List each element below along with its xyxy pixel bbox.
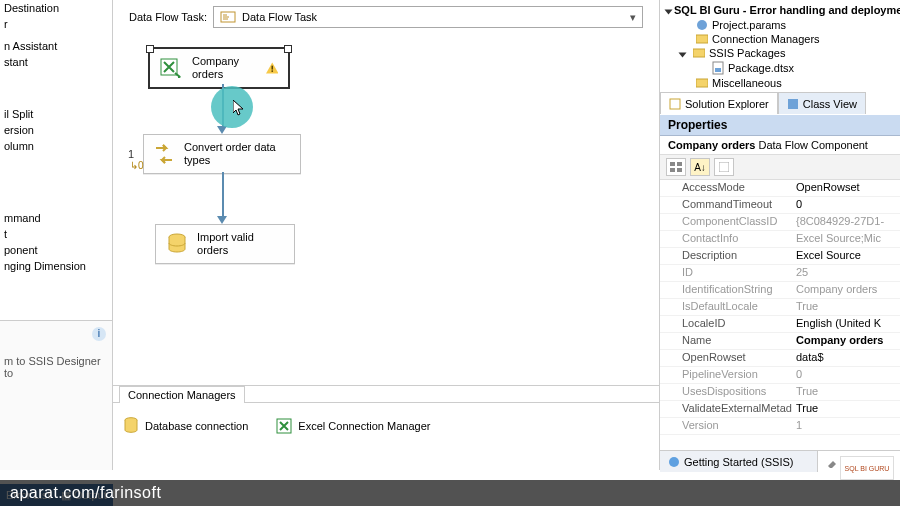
property-value[interactable]: 1 bbox=[792, 418, 900, 434]
properties-panel: Properties Company orders Data Flow Comp… bbox=[660, 115, 900, 425]
property-value[interactable]: Excel Source bbox=[792, 248, 900, 264]
toolbox-item[interactable]: stant bbox=[0, 54, 112, 70]
property-value[interactable]: 0 bbox=[792, 367, 900, 383]
tab-label: Solution Explorer bbox=[685, 98, 769, 110]
folder-icon bbox=[696, 33, 708, 45]
property-row[interactable]: AccessModeOpenRowset bbox=[660, 180, 900, 197]
tree-package-file[interactable]: Package.dtsx bbox=[666, 60, 894, 76]
node-convert-data-types[interactable]: 1 Convert order data types ↳0 bbox=[143, 134, 301, 174]
tab-getting-started[interactable]: Getting Started (SSIS) bbox=[660, 451, 801, 472]
property-row[interactable]: Version1 bbox=[660, 418, 900, 435]
watermark: aparat.com/farinsoft bbox=[0, 480, 900, 506]
property-pages-button[interactable] bbox=[714, 158, 734, 176]
property-value[interactable]: {8C084929-27D1- bbox=[792, 214, 900, 230]
folder-icon bbox=[696, 77, 708, 89]
tree-project[interactable]: SQL BI Guru - Error handling and deploym… bbox=[666, 2, 894, 18]
svg-rect-19 bbox=[670, 168, 675, 172]
excel-source-icon bbox=[160, 57, 182, 79]
property-row[interactable]: ComponentClassID{8C084929-27D1- bbox=[660, 214, 900, 231]
toolbox-item[interactable]: ponent bbox=[0, 242, 112, 258]
properties-grid[interactable]: AccessModeOpenRowsetCommandTimeout0Compo… bbox=[660, 180, 900, 435]
mouse-pointer-icon bbox=[233, 100, 245, 116]
svg-rect-20 bbox=[677, 168, 682, 172]
property-row[interactable]: ContactInfoExcel Source;Mic bbox=[660, 231, 900, 248]
svg-point-22 bbox=[669, 457, 679, 467]
tab-class-view[interactable]: Class View bbox=[778, 92, 866, 114]
toolbox-item[interactable]: nging Dimension bbox=[0, 258, 112, 274]
property-value[interactable]: True bbox=[792, 401, 900, 417]
info-icon[interactable]: i bbox=[92, 327, 106, 341]
property-value[interactable]: OpenRowset bbox=[792, 180, 900, 196]
toolbox-item[interactable]: olumn bbox=[0, 138, 112, 154]
property-name: OpenRowset bbox=[660, 350, 792, 366]
toolbox-item[interactable]: Destination bbox=[0, 0, 112, 16]
tab-label: Getting Started (SSIS) bbox=[684, 456, 793, 468]
flow-arrow[interactable] bbox=[222, 172, 224, 218]
properties-title: Properties bbox=[660, 115, 900, 136]
property-row[interactable]: UsesDispositionsTrue bbox=[660, 384, 900, 401]
property-value[interactable]: data$ bbox=[792, 350, 900, 366]
tree-misc[interactable]: Miscellaneous bbox=[666, 76, 894, 90]
tree-conn-managers[interactable]: Connection Managers bbox=[666, 32, 894, 46]
toolbox-item[interactable]: mmand bbox=[0, 210, 112, 226]
property-row[interactable]: CommandTimeout0 bbox=[660, 197, 900, 214]
property-row[interactable]: ID25 bbox=[660, 265, 900, 282]
property-row[interactable]: NameCompany orders bbox=[660, 333, 900, 350]
task-icon bbox=[220, 10, 236, 24]
property-name: ID bbox=[660, 265, 792, 281]
property-value[interactable]: Company orders bbox=[792, 333, 900, 349]
property-value[interactable]: 25 bbox=[792, 265, 900, 281]
chevron-down-icon: ▾ bbox=[630, 11, 636, 24]
tree-label: Project.params bbox=[712, 19, 786, 31]
connection-excel[interactable]: Excel Connection Manager bbox=[276, 418, 430, 434]
data-flow-task-dropdown[interactable]: Data Flow Task ▾ bbox=[213, 6, 643, 28]
wrench-icon bbox=[826, 456, 838, 468]
node-company-orders[interactable]: Company orders bbox=[149, 48, 289, 88]
svg-rect-15 bbox=[670, 99, 680, 109]
property-name: ValidateExternalMetadata bbox=[660, 401, 792, 417]
node-label: Import valid orders bbox=[197, 231, 284, 257]
node-label: Company orders bbox=[192, 55, 256, 81]
arrow-head-icon bbox=[217, 216, 227, 224]
toolbox-item[interactable]: r bbox=[0, 16, 112, 32]
property-value[interactable]: True bbox=[792, 384, 900, 400]
solution-icon bbox=[669, 98, 681, 110]
property-row[interactable]: IdentificationStringCompany orders bbox=[660, 282, 900, 299]
property-row[interactable]: OpenRowsetdata$ bbox=[660, 350, 900, 367]
data-flow-label: Data Flow Task: bbox=[129, 11, 207, 23]
property-value[interactable]: Excel Source;Mic bbox=[792, 231, 900, 247]
toolbox-item[interactable]: ersion bbox=[0, 122, 112, 138]
property-name: IdentificationString bbox=[660, 282, 792, 298]
tree-label: Connection Managers bbox=[712, 33, 820, 45]
expand-toggle[interactable] bbox=[680, 49, 689, 58]
folder-icon bbox=[693, 47, 705, 59]
tree-params[interactable]: Project.params bbox=[666, 18, 894, 32]
tree-label: SSIS Packages bbox=[709, 47, 785, 59]
property-row[interactable]: PipelineVersion0 bbox=[660, 367, 900, 384]
toolbox-hint: m to SSIS Designer to bbox=[4, 343, 108, 379]
tab-solution-explorer[interactable]: Solution Explorer bbox=[660, 92, 778, 114]
toolbox-item[interactable]: t bbox=[0, 226, 112, 242]
property-value[interactable]: 0 bbox=[792, 197, 900, 213]
svg-rect-21 bbox=[719, 162, 729, 172]
node-import-valid-orders[interactable]: Import valid orders bbox=[155, 224, 295, 264]
property-value[interactable]: True bbox=[792, 299, 900, 315]
property-name: AccessMode bbox=[660, 180, 792, 196]
toolbox-item[interactable]: n Assistant bbox=[0, 38, 112, 54]
property-value[interactable]: Company orders bbox=[792, 282, 900, 298]
property-row[interactable]: LocaleIDEnglish (United K bbox=[660, 316, 900, 333]
alphabetical-button[interactable]: A↓ bbox=[690, 158, 710, 176]
warning-icon bbox=[266, 61, 279, 75]
connection-managers-tab[interactable]: Connection Managers bbox=[119, 386, 245, 403]
categorized-button[interactable] bbox=[666, 158, 686, 176]
toolbox-item[interactable]: il Split bbox=[0, 106, 112, 122]
data-conversion-icon bbox=[154, 143, 174, 165]
connection-database[interactable]: Database connection bbox=[123, 417, 248, 435]
design-canvas[interactable]: Company orders 1 Convert order data type… bbox=[113, 34, 659, 385]
property-row[interactable]: ValidateExternalMetadataTrue bbox=[660, 401, 900, 418]
property-value[interactable]: English (United K bbox=[792, 316, 900, 332]
property-row[interactable]: DescriptionExcel Source bbox=[660, 248, 900, 265]
property-row[interactable]: IsDefaultLocaleTrue bbox=[660, 299, 900, 316]
tree-packages-folder[interactable]: SSIS Packages bbox=[666, 46, 894, 60]
svg-rect-2 bbox=[271, 66, 273, 70]
